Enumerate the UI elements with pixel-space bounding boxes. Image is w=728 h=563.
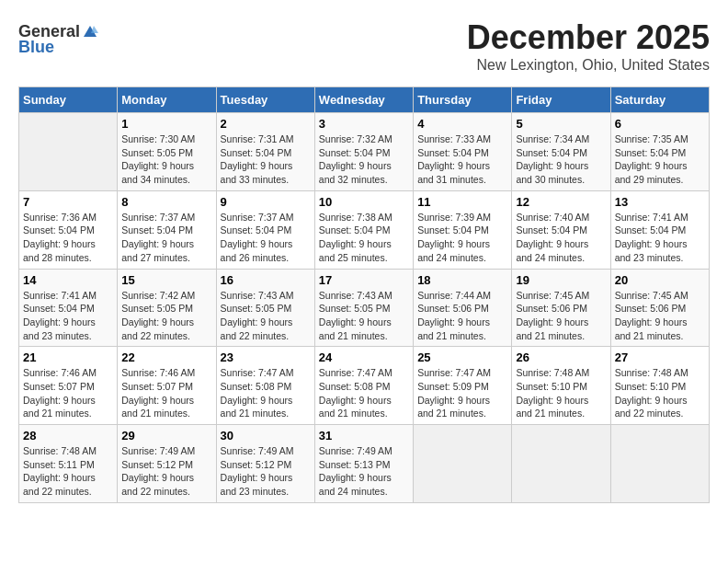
day-info: Sunrise: 7:49 AMSunset: 5:12 PMDaylight:…: [121, 444, 211, 499]
day-number: 23: [221, 350, 311, 364]
day-number: 17: [319, 273, 409, 287]
day-info: Sunrise: 7:43 AMSunset: 5:05 PMDaylight:…: [319, 289, 409, 343]
calendar-cell: 15Sunrise: 7:42 AMSunset: 5:05 PMDayligh…: [118, 269, 216, 347]
calendar-cell: 22Sunrise: 7:46 AMSunset: 5:07 PMDayligh…: [118, 347, 216, 425]
calendar-cell: 28Sunrise: 7:48 AMSunset: 5:11 PMDayligh…: [19, 425, 118, 503]
day-number: 18: [417, 273, 507, 287]
day-number: 28: [23, 429, 113, 442]
calendar-cell: [414, 425, 512, 503]
calendar-cell: 14Sunrise: 7:41 AMSunset: 5:04 PMDayligh…: [19, 269, 118, 347]
day-number: 3: [319, 117, 409, 131]
calendar-cell: 2Sunrise: 7:31 AMSunset: 5:04 PMDaylight…: [216, 113, 314, 191]
day-number: 7: [23, 195, 113, 209]
day-number: 11: [417, 195, 507, 209]
calendar-cell: 10Sunrise: 7:38 AMSunset: 5:04 PMDayligh…: [314, 190, 413, 269]
day-number: 2: [221, 117, 311, 131]
day-number: 19: [516, 273, 606, 287]
day-info: Sunrise: 7:30 AMSunset: 5:05 PMDaylight:…: [121, 132, 211, 187]
day-number: 25: [417, 350, 507, 364]
day-info: Sunrise: 7:47 AMSunset: 5:08 PMDaylight:…: [221, 366, 311, 420]
calendar-week: 14Sunrise: 7:41 AMSunset: 5:04 PMDayligh…: [19, 269, 710, 347]
calendar-cell: 16Sunrise: 7:43 AMSunset: 5:05 PMDayligh…: [216, 269, 314, 347]
day-info: Sunrise: 7:37 AMSunset: 5:04 PMDaylight:…: [221, 211, 311, 265]
day-number: 20: [615, 273, 705, 287]
day-info: Sunrise: 7:34 AMSunset: 5:04 PMDaylight:…: [516, 132, 606, 187]
calendar-cell: 30Sunrise: 7:49 AMSunset: 5:12 PMDayligh…: [216, 425, 314, 503]
day-info: Sunrise: 7:44 AMSunset: 5:06 PMDaylight:…: [417, 289, 507, 343]
day-number: 26: [516, 350, 606, 364]
page-subtitle: New Lexington, Ohio, United States: [18, 57, 710, 74]
day-number: 16: [221, 273, 311, 287]
calendar-cell: 24Sunrise: 7:47 AMSunset: 5:08 PMDayligh…: [314, 347, 413, 425]
day-info: Sunrise: 7:41 AMSunset: 5:04 PMDaylight:…: [23, 289, 113, 343]
day-info: Sunrise: 7:45 AMSunset: 5:06 PMDaylight:…: [516, 289, 606, 343]
day-info: Sunrise: 7:39 AMSunset: 5:04 PMDaylight:…: [417, 211, 507, 265]
day-info: Sunrise: 7:48 AMSunset: 5:10 PMDaylight:…: [516, 366, 606, 420]
calendar-cell: [610, 425, 709, 503]
calendar-cell: 25Sunrise: 7:47 AMSunset: 5:09 PMDayligh…: [414, 347, 512, 425]
day-number: 22: [121, 350, 211, 364]
calendar-cell: 31Sunrise: 7:49 AMSunset: 5:13 PMDayligh…: [314, 425, 413, 503]
day-number: 30: [221, 429, 311, 442]
logo-icon: [82, 24, 98, 40]
day-number: 12: [516, 195, 606, 209]
day-number: 10: [319, 195, 409, 209]
day-info: Sunrise: 7:48 AMSunset: 5:10 PMDaylight:…: [615, 366, 705, 420]
calendar-cell: 19Sunrise: 7:45 AMSunset: 5:06 PMDayligh…: [512, 269, 610, 347]
calendar-week: 21Sunrise: 7:46 AMSunset: 5:07 PMDayligh…: [19, 347, 710, 425]
calendar-cell: 29Sunrise: 7:49 AMSunset: 5:12 PMDayligh…: [118, 425, 216, 503]
calendar-cell: 18Sunrise: 7:44 AMSunset: 5:06 PMDayligh…: [414, 269, 512, 347]
calendar-week: 28Sunrise: 7:48 AMSunset: 5:11 PMDayligh…: [19, 425, 710, 503]
day-info: Sunrise: 7:47 AMSunset: 5:09 PMDaylight:…: [417, 366, 507, 420]
day-info: Sunrise: 7:45 AMSunset: 5:06 PMDaylight:…: [615, 289, 705, 343]
day-info: Sunrise: 7:38 AMSunset: 5:04 PMDaylight:…: [319, 211, 409, 265]
day-info: Sunrise: 7:42 AMSunset: 5:05 PMDaylight:…: [121, 289, 211, 343]
calendar-cell: 17Sunrise: 7:43 AMSunset: 5:05 PMDayligh…: [314, 269, 413, 347]
weekday-header: Saturday: [610, 87, 709, 113]
calendar-header: SundayMondayTuesdayWednesdayThursdayFrid…: [19, 87, 710, 113]
day-number: 6: [615, 117, 705, 131]
day-number: 31: [319, 429, 409, 442]
weekday-header: Tuesday: [216, 87, 314, 113]
weekday-header: Monday: [118, 87, 216, 113]
day-info: Sunrise: 7:46 AMSunset: 5:07 PMDaylight:…: [121, 366, 211, 420]
day-info: Sunrise: 7:41 AMSunset: 5:04 PMDaylight:…: [615, 211, 705, 265]
day-info: Sunrise: 7:48 AMSunset: 5:11 PMDaylight:…: [23, 444, 113, 499]
calendar-cell: 12Sunrise: 7:40 AMSunset: 5:04 PMDayligh…: [512, 190, 610, 269]
calendar-cell: 20Sunrise: 7:45 AMSunset: 5:06 PMDayligh…: [610, 269, 709, 347]
calendar-cell: 21Sunrise: 7:46 AMSunset: 5:07 PMDayligh…: [19, 347, 118, 425]
day-info: Sunrise: 7:36 AMSunset: 5:04 PMDaylight:…: [23, 211, 113, 265]
day-info: Sunrise: 7:47 AMSunset: 5:08 PMDaylight:…: [319, 366, 409, 420]
day-number: 14: [23, 273, 113, 287]
calendar-cell: 4Sunrise: 7:33 AMSunset: 5:04 PMDaylight…: [414, 113, 512, 191]
calendar-cell: 11Sunrise: 7:39 AMSunset: 5:04 PMDayligh…: [414, 190, 512, 269]
calendar-cell: 8Sunrise: 7:37 AMSunset: 5:04 PMDaylight…: [118, 190, 216, 269]
day-number: 4: [417, 117, 507, 131]
calendar-cell: [512, 425, 610, 503]
page-title: December 2025: [18, 18, 710, 57]
page-header: General Blue December 2025 New Lexington…: [18, 18, 710, 77]
day-number: 13: [615, 195, 705, 209]
day-number: 29: [121, 429, 211, 442]
calendar-cell: 1Sunrise: 7:30 AMSunset: 5:05 PMDaylight…: [118, 113, 216, 191]
day-number: 15: [121, 273, 211, 287]
calendar-cell: 13Sunrise: 7:41 AMSunset: 5:04 PMDayligh…: [610, 190, 709, 269]
day-info: Sunrise: 7:32 AMSunset: 5:04 PMDaylight:…: [319, 132, 409, 187]
calendar-table: SundayMondayTuesdayWednesdayThursdayFrid…: [18, 86, 710, 503]
calendar-cell: 6Sunrise: 7:35 AMSunset: 5:04 PMDaylight…: [610, 113, 709, 191]
calendar-cell: 3Sunrise: 7:32 AMSunset: 5:04 PMDaylight…: [314, 113, 413, 191]
weekday-header: Wednesday: [314, 87, 413, 113]
day-info: Sunrise: 7:49 AMSunset: 5:12 PMDaylight:…: [221, 444, 311, 499]
calendar-cell: [19, 113, 118, 191]
calendar-week: 1Sunrise: 7:30 AMSunset: 5:05 PMDaylight…: [19, 113, 710, 191]
day-info: Sunrise: 7:37 AMSunset: 5:04 PMDaylight:…: [121, 211, 211, 265]
weekday-header: Sunday: [19, 87, 118, 113]
day-info: Sunrise: 7:46 AMSunset: 5:07 PMDaylight:…: [23, 366, 113, 420]
weekday-header: Thursday: [414, 87, 512, 113]
calendar-cell: 27Sunrise: 7:48 AMSunset: 5:10 PMDayligh…: [610, 347, 709, 425]
header-row: SundayMondayTuesdayWednesdayThursdayFrid…: [19, 87, 710, 113]
day-number: 5: [516, 117, 606, 131]
day-info: Sunrise: 7:31 AMSunset: 5:04 PMDaylight:…: [221, 132, 311, 187]
day-number: 21: [23, 350, 113, 364]
calendar-cell: 26Sunrise: 7:48 AMSunset: 5:10 PMDayligh…: [512, 347, 610, 425]
